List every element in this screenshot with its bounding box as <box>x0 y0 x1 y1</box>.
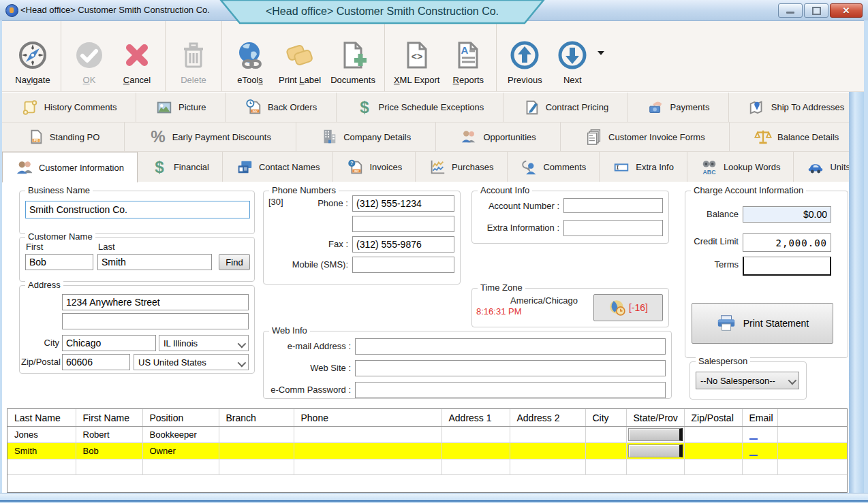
col-email[interactable]: Email <box>742 409 777 427</box>
ecomm-password-input[interactable] <box>355 382 666 398</box>
documents-button[interactable]: Documents <box>326 21 380 91</box>
reports-button[interactable]: A Reports <box>444 21 492 91</box>
svg-text:<>: <> <box>411 51 422 62</box>
tab-balance-details[interactable]: Balance Details <box>730 123 864 151</box>
xml-export-button[interactable]: <> XML Export <box>389 21 444 91</box>
web-info-group: Web Info e-mail Address : Web Site : e-C… <box>263 331 672 399</box>
fax-input[interactable] <box>352 236 454 253</box>
email-link[interactable] <box>749 455 758 456</box>
city-input[interactable] <box>62 335 156 351</box>
svg-text:$: $ <box>360 99 369 116</box>
country-value: US United States <box>138 357 206 368</box>
tab-ship-to-addresses[interactable]: Ship To Addresses <box>729 93 864 122</box>
minimize-button[interactable] <box>778 3 803 18</box>
svg-text:?: ? <box>351 160 354 166</box>
first-name-input[interactable] <box>25 254 93 270</box>
state-prov-dropdown-button[interactable] <box>628 444 683 457</box>
cancel-button[interactable]: Cancel <box>113 21 161 91</box>
last-name-input[interactable] <box>97 254 212 270</box>
terms-input[interactable] <box>743 257 831 276</box>
state-prov-dropdown-button[interactable] <box>628 428 683 441</box>
col-city[interactable]: City <box>585 409 626 427</box>
next-button[interactable]: Next <box>548 21 596 91</box>
web-site-input[interactable] <box>355 360 666 376</box>
print-label-button[interactable]: Print Label <box>274 21 326 91</box>
tab-financial[interactable]: $ Financial <box>138 152 223 182</box>
contact-row-jones[interactable]: JonesRobert Bookkeeper <box>7 427 847 443</box>
street2-input[interactable] <box>62 313 249 329</box>
maximize-button[interactable] <box>804 3 828 18</box>
country-select[interactable]: US United States <box>134 354 249 370</box>
balance-label: Balance <box>691 209 739 219</box>
trash-icon <box>177 39 210 71</box>
tab-purchases[interactable]: Purchases <box>416 152 507 182</box>
close-button[interactable]: ✕ <box>830 3 863 18</box>
tab-picture[interactable]: Picture <box>136 93 226 122</box>
zip-label: Zip/Postal <box>21 357 59 367</box>
active-window-tab[interactable]: <Head office> Customer Smith Constructio… <box>219 0 545 25</box>
tab-contract-pricing[interactable]: Contract Pricing <box>503 93 628 122</box>
etools-button[interactable]: eTools <box>226 21 274 91</box>
col-address1[interactable]: Address 1 <box>441 409 510 427</box>
salesperson-select[interactable]: --No Salesperson-- <box>696 372 799 389</box>
tab-payments[interactable]: Payments <box>628 93 729 122</box>
tab-company-details[interactable]: Company Details <box>296 123 436 151</box>
ecomm-password-label: e-Comm Password : <box>266 385 351 395</box>
tab-contact-names[interactable]: Contact Names <box>223 152 334 182</box>
check-icon <box>73 39 106 71</box>
tab-lookup-words[interactable]: ABC Lookup Words <box>687 152 794 182</box>
tab-standing-po[interactable]: PO Standing PO <box>2 123 125 151</box>
account-number-input[interactable] <box>563 198 663 213</box>
tab-early-payment-discounts[interactable]: % Early Payment Discounts <box>125 123 296 151</box>
state-select[interactable]: IL Illinois <box>159 335 249 351</box>
business-name-input[interactable] <box>25 201 250 218</box>
contact-row-smith-selected[interactable]: SmithBob Owner <box>7 443 847 459</box>
extra-information-label: Extra Information : <box>478 223 559 233</box>
scales-icon <box>754 128 772 146</box>
customer-name-group: Customer Name First Last Find <box>19 237 255 282</box>
tab-customer-information[interactable]: Customer Information <box>2 152 138 182</box>
tab-comments[interactable]: Comments <box>508 152 600 182</box>
phone2-input[interactable] <box>352 216 454 232</box>
email-link[interactable] <box>749 438 758 440</box>
tab-invoices[interactable]: ? INV Invoices <box>333 152 416 182</box>
col-zip-postal[interactable]: Zip/Postal <box>684 409 742 427</box>
zip-input[interactable] <box>62 354 130 370</box>
mobile-input[interactable] <box>352 257 454 273</box>
navigate-button[interactable]: Navigate <box>9 21 57 91</box>
delete-button[interactable]: Delete <box>170 21 217 91</box>
time-zone-button[interactable]: [-16] <box>593 294 663 321</box>
phone-input[interactable] <box>352 195 454 212</box>
tab-extra-info[interactable]: Extra Info <box>600 152 687 182</box>
col-first-name[interactable]: First Name <box>76 409 142 427</box>
tab-history-comments[interactable]: History Comments <box>2 93 136 122</box>
col-branch[interactable]: Branch <box>219 409 294 427</box>
next-dropdown-caret[interactable] <box>598 51 604 55</box>
globe-clock-icon <box>608 299 626 317</box>
close-icon: ✕ <box>843 6 850 15</box>
customer-name-group-label: Customer Name <box>25 231 95 242</box>
tab-row-3: Customer Information $ Financial Contact… <box>2 152 864 182</box>
contact-row-empty[interactable] <box>7 459 847 475</box>
svg-text:%: % <box>151 128 165 146</box>
col-filler <box>777 409 847 427</box>
col-address2[interactable]: Address 2 <box>510 409 585 427</box>
credit-limit-input[interactable] <box>743 233 831 252</box>
tab-price-schedule-exceptions[interactable]: $ Price Schedule Exceptions <box>337 93 503 122</box>
ok-button[interactable]: OK <box>65 21 113 91</box>
svg-text:INV: INV <box>253 109 258 112</box>
arrow-down-circle-icon <box>556 39 589 71</box>
tab-back-orders[interactable]: INV Back Orders <box>226 93 337 122</box>
col-position[interactable]: Position <box>142 409 219 427</box>
col-last-name[interactable]: Last Name <box>7 409 76 427</box>
extra-information-input[interactable] <box>563 220 663 236</box>
print-statement-button[interactable]: Print Statement <box>692 303 833 344</box>
email-address-input[interactable] <box>355 338 666 355</box>
tab-customer-invoice-forms[interactable]: Customer Invoice Forms <box>561 123 730 151</box>
find-button[interactable]: Find <box>219 254 250 270</box>
tab-opportunities[interactable]: Opportunities <box>436 123 561 151</box>
col-state-prov[interactable]: State/Prov <box>626 409 684 427</box>
street1-input[interactable] <box>62 294 249 310</box>
col-phone[interactable]: Phone <box>294 409 441 427</box>
previous-button[interactable]: Previous <box>501 21 548 91</box>
